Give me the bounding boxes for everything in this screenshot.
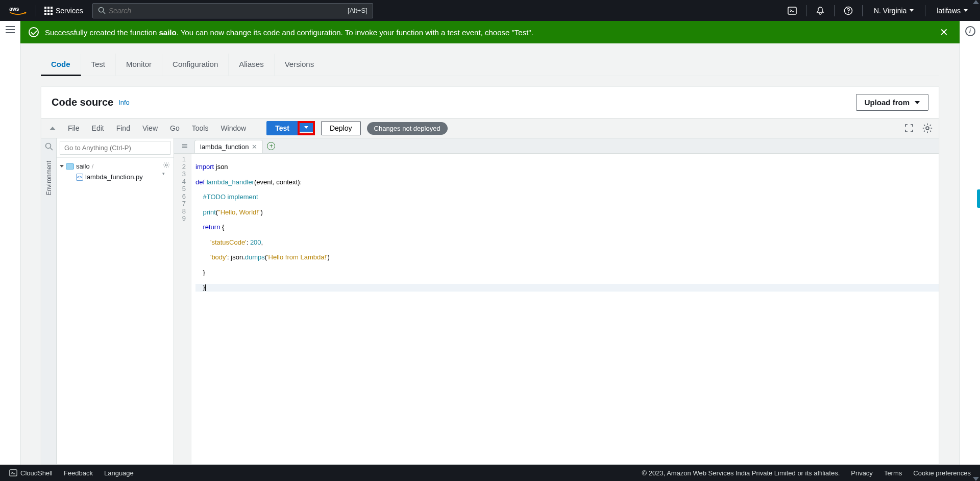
collapse-icon[interactable] [50,127,56,130]
tree-folder-label: sailo [76,162,90,170]
test-button[interactable]: Test [266,121,298,135]
file-explorer: ▾ sailo / <> lambda_function.py [57,138,174,464]
grid-icon [44,7,53,15]
cloudshell-icon[interactable] [783,2,801,19]
menu-tools[interactable]: Tools [189,122,212,134]
code-lines: import json def lambda_handler(event, co… [191,154,939,464]
deploy-button[interactable]: Deploy [321,121,361,135]
info-link[interactable]: Info [118,99,130,106]
check-icon [29,27,39,37]
chevron-down-icon [304,126,308,129]
account-menu[interactable]: latifaws [930,0,974,21]
folder-icon [66,163,74,170]
editor-tab[interactable]: lambda_function ✕ [194,140,263,153]
divider [834,5,835,16]
notifications-icon[interactable] [812,2,829,19]
services-label: Services [56,7,83,15]
scroll-up-icon[interactable] [973,0,979,4]
upload-from-label: Upload from [865,98,910,107]
menu-window[interactable]: Window [217,122,249,134]
tree-file-label: lambda_function.py [85,173,143,181]
tree-file[interactable]: <> lambda_function.py [59,172,172,182]
cloudshell-icon [9,469,17,477]
help-icon[interactable] [840,2,857,19]
top-nav: aws Services [Alt+S] N. Virginia latifaw… [0,0,980,21]
account-label: latifaws [937,7,961,15]
gear-icon[interactable]: ▾ [162,161,170,177]
feedback-link[interactable]: Feedback [64,469,93,477]
environment-tab[interactable]: Environment [45,158,53,198]
goto-input[interactable] [60,141,170,155]
tab-code[interactable]: Code [41,54,81,76]
tree-folder-root[interactable]: sailo / [59,161,172,172]
svg-line-8 [50,148,53,151]
divider [36,5,36,16]
search-shortcut: [Alt+S] [348,7,368,14]
tab-aliases[interactable]: Aliases [229,54,274,76]
function-tabs: Code Test Monitor Configuration Aliases … [41,54,939,76]
new-tab-icon[interactable]: + [267,142,275,150]
cookie-link[interactable]: Cookie preferences [913,469,971,477]
aws-logo[interactable]: aws [9,6,27,16]
tab-monitor[interactable]: Monitor [116,54,162,76]
copyright: © 2023, Amazon Web Services India Privat… [642,469,840,477]
terms-link[interactable]: Terms [884,469,902,477]
footer: CloudShell Feedback Language © 2023, Ama… [0,465,980,481]
scroll-tabs-icon[interactable] [177,142,192,150]
svg-point-1 [99,7,103,12]
menu-file[interactable]: File [65,122,83,134]
services-menu[interactable]: Services [39,7,88,15]
search-icon[interactable] [45,142,53,151]
global-search[interactable]: [Alt+S] [92,3,373,18]
tab-configuration[interactable]: Configuration [162,54,229,76]
editor-tab-label: lambda_function [200,143,249,151]
upload-from-button[interactable]: Upload from [856,94,928,111]
chevron-down-icon [60,165,64,167]
gear-icon[interactable] [921,122,934,134]
tab-versions[interactable]: Versions [275,54,325,76]
flash-message: Successfully created the function sailo.… [45,28,937,37]
close-icon[interactable]: ✕ [937,26,951,38]
close-icon[interactable]: ✕ [252,143,257,151]
svg-point-9 [165,164,167,166]
scroll-down-icon[interactable] [973,477,979,481]
svg-point-6 [926,127,929,130]
svg-point-5 [848,12,849,13]
code-editor[interactable]: 123456789 import json def lambda_handler… [174,154,939,464]
drawer-handle[interactable] [977,189,980,208]
privacy-link[interactable]: Privacy [851,469,873,477]
search-icon [98,7,106,14]
changes-not-deployed-badge: Changes not deployed [367,122,448,135]
region-label: N. Virginia [874,7,906,15]
code-source-card: Code source Info Upload from File Edit F… [41,86,939,465]
ide-left-tabs: Environment [41,138,57,464]
success-flash: Successfully created the function sailo.… [20,21,960,43]
language-link[interactable]: Language [104,469,134,477]
line-gutter: 123456789 [174,154,191,464]
chevron-down-icon [910,9,914,12]
search-input[interactable] [109,7,348,15]
fullscreen-icon[interactable] [903,122,915,134]
hamburger-icon[interactable] [6,26,15,33]
chevron-down-icon [915,101,920,104]
highlight-box [298,121,315,135]
menu-go[interactable]: Go [167,122,183,134]
menu-find[interactable]: Find [113,122,133,134]
test-dropdown[interactable] [300,123,313,132]
card-title: Code source [52,97,113,108]
menu-view[interactable]: View [139,122,161,134]
left-rail [0,21,20,465]
cloudshell-link[interactable]: CloudShell [9,469,53,477]
test-button-group: Test [266,121,315,135]
right-rail: i [960,21,980,465]
divider [806,5,806,16]
svg-line-2 [103,12,105,14]
editor-area: lambda_function ✕ + 123456789 import jso… [174,138,939,464]
divider [862,5,863,16]
info-icon[interactable]: i [965,26,975,36]
region-selector[interactable]: N. Virginia [868,0,920,21]
tab-test[interactable]: Test [81,54,116,76]
menu-edit[interactable]: Edit [89,122,107,134]
svg-text:aws: aws [9,6,19,12]
ide-toolbar: File Edit Find View Go Tools Window Test… [41,118,939,138]
